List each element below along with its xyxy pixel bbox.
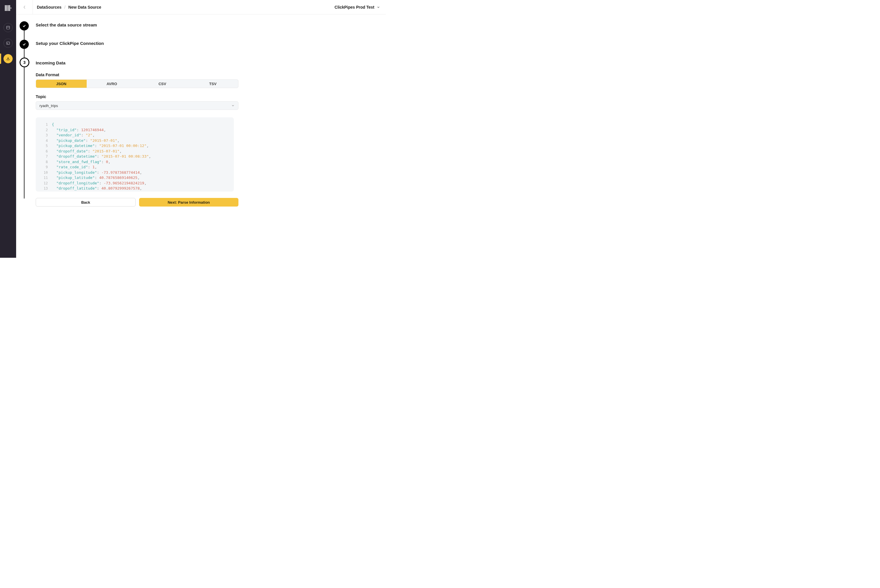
code-line: 7 "dropoff_datetime": "2015-07-01 00:08:…: [40, 154, 229, 159]
code-line: 4 "pickup_date": "2015-07-01",: [40, 138, 229, 144]
breadcrumb: DataSources / New Data Source: [33, 5, 101, 9]
line-number: 1: [40, 122, 48, 128]
workspace-name: ClickPipes Prod Test: [335, 5, 375, 9]
app-logo: [5, 4, 11, 12]
svg-rect-1: [6, 5, 7, 11]
data-format-tabs: JSON AVRO CSV TSV: [36, 80, 238, 88]
topic-label: Topic: [36, 94, 255, 99]
nav-item-database[interactable]: [3, 23, 13, 32]
line-number: 5: [40, 143, 48, 149]
chevron-down-icon: [377, 6, 380, 9]
back-arrow-icon[interactable]: [16, 0, 33, 14]
code-line: 11 "pickup_latitude": 40.78765869140625,: [40, 175, 229, 181]
svg-rect-0: [5, 5, 6, 11]
breadcrumb-separator: /: [64, 5, 65, 9]
svg-rect-2: [8, 5, 9, 11]
code-line: 13 "dropoff_latitude": 40.80792999267578…: [40, 186, 229, 191]
breadcrumb-current: New Data Source: [68, 5, 101, 9]
svg-rect-7: [7, 42, 10, 45]
line-number: 13: [40, 186, 48, 191]
code-line: 3 "vendor_id": "2",: [40, 133, 229, 138]
line-number: 10: [40, 170, 48, 176]
format-tab-avro[interactable]: AVRO: [87, 80, 137, 88]
stepper-line: [24, 26, 24, 198]
nav-item-queries[interactable]: [3, 39, 13, 48]
code-line: 1{: [40, 122, 229, 128]
line-number: 4: [40, 138, 48, 144]
data-format-label: Data Format: [36, 72, 255, 77]
code-line: 6 "dropoff_date": "2015-07-01",: [40, 149, 229, 154]
code-line: 5 "pickup_datetime": "2015-07-01 00:00:1…: [40, 143, 229, 149]
svg-rect-4: [11, 8, 11, 9]
step-3-indicator: 3: [20, 57, 29, 68]
svg-rect-3: [9, 5, 10, 11]
svg-rect-5: [7, 26, 10, 29]
left-sidebar: [0, 0, 16, 258]
topic-value: ryadh_trips: [39, 104, 58, 108]
sample-payload-viewer: 1{2 "trip_id": 1201746944,3 "vendor_id":…: [36, 117, 234, 192]
line-number: 9: [40, 165, 48, 170]
code-line: 9 "rate_code_id": 1,: [40, 165, 229, 170]
line-number: 11: [40, 175, 48, 181]
line-number: 8: [40, 159, 48, 165]
code-line: 2 "trip_id": 1201746944,: [40, 128, 229, 133]
stepper-rail: 3: [16, 17, 33, 207]
workspace-switcher[interactable]: ClickPipes Prod Test: [335, 5, 380, 9]
step-2-title: Setup your ClickPipe Connection: [36, 41, 104, 46]
topic-select[interactable]: ryadh_trips: [36, 101, 238, 110]
nav-item-import[interactable]: [3, 54, 13, 63]
step-1-indicator: [20, 21, 29, 30]
format-tab-csv[interactable]: CSV: [137, 80, 188, 88]
line-number: 6: [40, 149, 48, 154]
breadcrumb-root[interactable]: DataSources: [37, 5, 62, 9]
code-line: 8 "store_and_fwd_flag": 0,: [40, 159, 229, 165]
chevron-down-icon: [231, 104, 235, 107]
code-line: 12 "dropoff_longitude": -73.965621948242…: [40, 181, 229, 186]
line-number: 3: [40, 133, 48, 138]
line-number: 12: [40, 181, 48, 186]
format-tab-json[interactable]: JSON: [36, 80, 87, 88]
line-number: 2: [40, 128, 48, 133]
step-3-number: 3: [23, 60, 26, 65]
line-number: 7: [40, 154, 48, 159]
step-1-title: Select the data source stream: [36, 22, 97, 27]
next-button[interactable]: Next: Parse Information: [139, 198, 238, 207]
code-line: 10 "pickup_longitude": -73.9787368774414…: [40, 170, 229, 176]
format-tab-tsv[interactable]: TSV: [188, 80, 238, 88]
top-bar: DataSources / New Data Source ClickPipes…: [16, 0, 386, 14]
step-3-title: Incoming Data: [36, 60, 65, 65]
back-button[interactable]: Back: [36, 198, 135, 207]
step-2-indicator: [20, 40, 29, 49]
